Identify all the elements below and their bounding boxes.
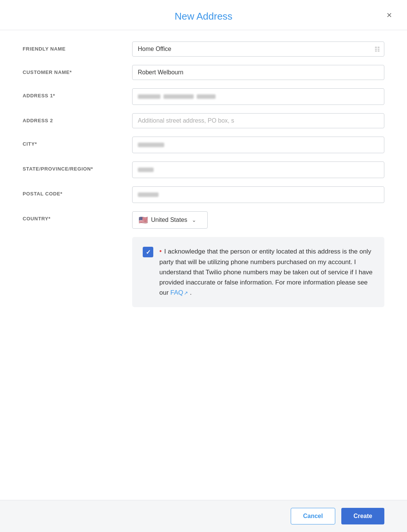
postal-code-label: POSTAL CODE* — [23, 186, 132, 197]
checkmark-icon: ✓ — [146, 249, 151, 256]
redacted-block-1 — [138, 94, 160, 99]
redacted-block-postal — [138, 192, 159, 197]
acknowledge-checkbox[interactable]: ✓ — [143, 247, 153, 257]
address1-row: ADDRESS 1* — [23, 88, 384, 105]
new-address-modal: New Address × FRIENDLY NAME ☷ CUSTOMER N… — [0, 0, 407, 532]
friendly-name-label: FRIENDLY NAME — [23, 42, 132, 52]
faq-link[interactable]: FAQ↗ — [170, 289, 188, 296]
city-field — [132, 137, 384, 153]
redacted-block-state — [138, 168, 154, 172]
address1-input[interactable] — [132, 88, 384, 105]
redacted-block-2 — [163, 94, 194, 99]
redacted-block-city — [138, 143, 164, 147]
friendly-name-row: FRIENDLY NAME ☷ — [23, 42, 384, 57]
postal-redacted — [138, 191, 379, 199]
postal-code-input[interactable] — [132, 186, 384, 203]
postal-code-field — [132, 186, 384, 203]
city-row: CITY* — [23, 137, 384, 153]
friendly-name-wrapper: ☷ — [132, 42, 384, 57]
acknowledge-box: ✓ • I acknowledge that the person or ent… — [132, 237, 384, 307]
address2-row: ADDRESS 2 — [23, 113, 384, 128]
state-row: STATE/PROVINCE/REGION* — [23, 161, 384, 178]
country-label: COUNTRY* — [23, 211, 132, 221]
required-dot: • — [159, 248, 162, 255]
city-label: CITY* — [23, 137, 132, 147]
acknowledge-checkbox-wrapper: ✓ — [143, 247, 153, 257]
postal-code-row: POSTAL CODE* — [23, 186, 384, 203]
address1-field — [132, 88, 384, 105]
state-redacted — [138, 166, 379, 174]
address1-redacted — [138, 92, 379, 101]
state-label: STATE/PROVINCE/REGION* — [23, 161, 132, 172]
create-button[interactable]: Create — [341, 508, 384, 524]
customer-name-field — [132, 65, 384, 80]
friendly-name-input[interactable] — [132, 42, 384, 57]
customer-name-input[interactable] — [132, 65, 384, 80]
acknowledge-text: • I acknowledge that the person or entit… — [159, 246, 374, 298]
country-dropdown[interactable]: 🇺🇸 United States ⌄ — [132, 211, 208, 229]
modal-header: New Address × — [0, 0, 407, 30]
city-input[interactable] — [132, 137, 384, 153]
list-icon: ☷ — [375, 46, 380, 53]
external-link-icon: ↗ — [184, 289, 188, 297]
friendly-name-field: ☷ — [132, 42, 384, 57]
state-field — [132, 161, 384, 178]
country-value: United States — [151, 217, 187, 223]
address2-field — [132, 113, 384, 128]
cancel-button[interactable]: Cancel — [291, 508, 335, 524]
address2-label: ADDRESS 2 — [23, 113, 132, 123]
modal-title: New Address — [174, 11, 232, 22]
modal-body: FRIENDLY NAME ☷ CUSTOMER NAME* ADDRESS 1… — [0, 30, 407, 500]
acknowledge-text-part2: . — [188, 289, 191, 296]
modal-footer: Cancel Create — [0, 500, 407, 532]
address2-input[interactable] — [132, 113, 384, 128]
city-redacted — [138, 141, 379, 149]
country-row: COUNTRY* 🇺🇸 United States ⌄ — [23, 211, 384, 229]
close-button[interactable]: × — [387, 11, 392, 20]
customer-name-row: CUSTOMER NAME* — [23, 65, 384, 80]
redacted-block-3 — [197, 94, 216, 99]
country-field: 🇺🇸 United States ⌄ — [132, 211, 384, 229]
country-flag: 🇺🇸 — [139, 215, 148, 224]
faq-link-label: FAQ — [170, 289, 183, 296]
chevron-down-icon: ⌄ — [192, 217, 196, 223]
state-input[interactable] — [132, 161, 384, 178]
customer-name-label: CUSTOMER NAME* — [23, 65, 132, 75]
address1-label: ADDRESS 1* — [23, 88, 132, 98]
